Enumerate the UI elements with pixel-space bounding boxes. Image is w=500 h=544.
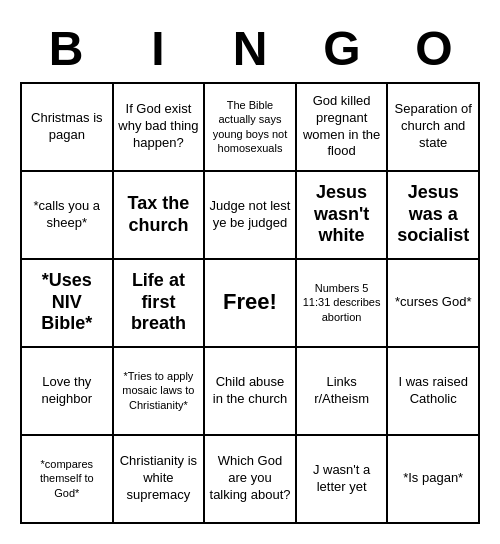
cell-8: Jesus wasn't white	[297, 172, 389, 260]
cell-22: Which God are you talking about?	[205, 436, 297, 524]
cell-21: Christianity is white supremacy	[114, 436, 206, 524]
bingo-grid: Christmas is pagan If God exist why bad …	[20, 82, 480, 524]
cell-23: J wasn't a letter yet	[297, 436, 389, 524]
cell-16: *Tries to apply mosaic laws to Christian…	[114, 348, 206, 436]
title-b: B	[23, 21, 109, 76]
title-o: O	[391, 21, 477, 76]
cell-20: *compares themself to God*	[22, 436, 114, 524]
cell-24: *Is pagan*	[388, 436, 480, 524]
cell-15: Love thy neighbor	[22, 348, 114, 436]
cell-13: Numbers 5 11:31 describes abortion	[297, 260, 389, 348]
cell-4: Separation of church and state	[388, 84, 480, 172]
cell-1: If God exist why bad thing happen?	[114, 84, 206, 172]
cell-17: Child abuse in the church	[205, 348, 297, 436]
title-n: N	[207, 21, 293, 76]
cell-6: Tax the church	[114, 172, 206, 260]
cell-2: The Bible actually says young boys not h…	[205, 84, 297, 172]
cell-18: Links r/Atheism	[297, 348, 389, 436]
cell-11: Life at first breath	[114, 260, 206, 348]
cell-7: Judge not lest ye be judged	[205, 172, 297, 260]
cell-free: Free!	[205, 260, 297, 348]
cell-9: Jesus was a socialist	[388, 172, 480, 260]
title-i: I	[115, 21, 201, 76]
cell-0: Christmas is pagan	[22, 84, 114, 172]
cell-3: God killed pregnant women in the flood	[297, 84, 389, 172]
bingo-card: B I N G O Christmas is pagan If God exis…	[10, 11, 490, 534]
title-g: G	[299, 21, 385, 76]
cell-5: *calls you a sheep*	[22, 172, 114, 260]
bingo-title: B I N G O	[20, 21, 480, 76]
cell-14: *curses God*	[388, 260, 480, 348]
cell-19: I was raised Catholic	[388, 348, 480, 436]
cell-10: *Uses NIV Bible*	[22, 260, 114, 348]
